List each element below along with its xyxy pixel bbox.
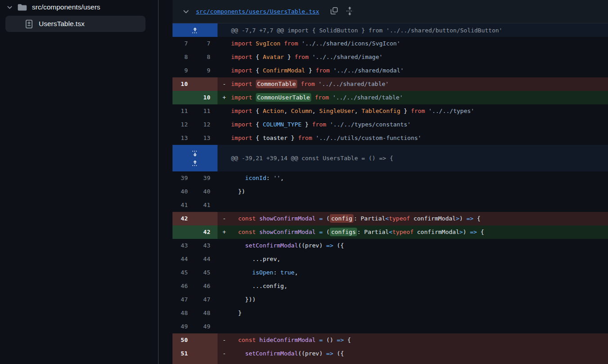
old-line-number[interactable]: 50 [172, 333, 195, 347]
diff-row: 51 - setConfirmModal((prev) => ({ [172, 347, 608, 360]
old-line-number[interactable]: 46 [172, 279, 195, 293]
old-line-number[interactable]: 13 [172, 131, 195, 145]
old-line-number[interactable]: 8 [172, 50, 195, 64]
old-line-number[interactable]: 10 [172, 77, 195, 91]
line-sign [222, 64, 231, 77]
old-line-number[interactable]: 7 [172, 37, 195, 50]
line-sign [222, 118, 231, 131]
expand-up-button[interactable] [191, 27, 199, 34]
diff-row: 40 40 }) [172, 185, 608, 198]
line-sign [222, 279, 231, 293]
line-code: import { Action, Column, SingleUser, Tab… [231, 104, 474, 118]
file-label: UsersTable.tsx [39, 20, 85, 28]
new-line-number[interactable] [195, 360, 218, 364]
old-line-number[interactable]: 11 [172, 104, 195, 118]
diff-row: 48 48 } [172, 306, 608, 320]
diff-row: 45 45 isOpen: true, [172, 266, 608, 279]
expand-up-icon [191, 160, 199, 166]
new-line-number[interactable]: 41 [195, 198, 218, 212]
line-sign [222, 266, 231, 279]
diff-row: 41 41 [172, 198, 608, 212]
expand-all-button[interactable] [346, 6, 354, 17]
diff-row: 39 39 iconId: '', [172, 171, 608, 185]
chevron-down-icon[interactable] [6, 4, 14, 11]
old-line-number[interactable]: 9 [172, 64, 195, 77]
file-tree-sidebar: src/components/users UsersTable.tsx [0, 0, 159, 364]
line-code: setConfirmModal((prev) => ({ [231, 347, 344, 360]
old-line-number[interactable] [172, 225, 195, 239]
expand-down-button[interactable] [191, 150, 199, 157]
line-sign: - [222, 347, 231, 360]
line-sign [222, 171, 231, 185]
old-line-number[interactable]: 49 [172, 320, 195, 333]
old-line-number[interactable]: 45 [172, 266, 195, 279]
line-code: ...config, [231, 279, 287, 293]
old-line-number[interactable]: 42 [172, 212, 195, 225]
new-line-number[interactable]: 45 [195, 266, 218, 279]
old-line-number[interactable]: 43 [172, 239, 195, 252]
line-code: import { toaster } from '../../utils/cus… [231, 131, 422, 145]
diff-row: 52 - [172, 360, 608, 364]
old-line-number[interactable]: 47 [172, 293, 195, 306]
line-code: })) [231, 293, 256, 306]
new-line-number[interactable]: 13 [195, 131, 218, 145]
old-line-number[interactable]: 44 [172, 252, 195, 266]
line-code: import CommonTable from '../../shared/ta… [231, 77, 389, 91]
line-sign [222, 37, 231, 50]
diff-row: 44 44 ...prev, [172, 252, 608, 266]
line-code: const showConfirmModal = (config: Partia… [231, 212, 481, 225]
file-path-link[interactable]: src/components/users/UsersTable.tsx [196, 8, 319, 15]
new-line-number[interactable] [195, 333, 218, 347]
old-line-number[interactable]: 51 [172, 347, 195, 360]
old-line-number[interactable]: 48 [172, 306, 195, 320]
old-line-number[interactable]: 40 [172, 185, 195, 198]
new-line-number[interactable] [195, 212, 218, 225]
line-sign [222, 320, 231, 333]
new-line-number[interactable]: 11 [195, 104, 218, 118]
diff-row: 46 46 ...config, [172, 279, 608, 293]
line-code: const showConfirmModal = (configs: Parti… [231, 225, 484, 239]
new-line-number[interactable]: 12 [195, 118, 218, 131]
diff-panel: src/components/users/UsersTable.tsx [172, 0, 608, 364]
new-line-number[interactable]: 7 [195, 37, 218, 50]
new-line-number[interactable] [195, 77, 218, 91]
new-line-number[interactable]: 9 [195, 64, 218, 77]
sidebar-folder-item[interactable]: src/components/users [0, 0, 158, 14]
diff-row: 42 - const showConfirmModal = (config: P… [172, 212, 608, 225]
copy-icon [330, 7, 338, 16]
new-line-number[interactable] [195, 347, 218, 360]
new-line-number[interactable]: 46 [195, 279, 218, 293]
old-line-number[interactable]: 39 [172, 171, 195, 185]
expand-up-icon [191, 27, 199, 34]
new-line-number[interactable]: 49 [195, 320, 218, 333]
diff-row: 42 + const showConfirmModal = (configs: … [172, 225, 608, 239]
new-line-number[interactable]: 8 [195, 50, 218, 64]
file-diff-icon [25, 19, 33, 29]
collapse-chevron-icon[interactable] [182, 8, 190, 15]
new-line-number[interactable]: 39 [195, 171, 218, 185]
expand-up-button[interactable] [191, 160, 199, 166]
line-code: } [231, 306, 241, 320]
new-line-number[interactable]: 48 [195, 306, 218, 320]
line-sign [222, 185, 231, 198]
line-code: ...prev, [231, 252, 281, 266]
line-sign [222, 306, 231, 320]
new-line-number[interactable]: 10 [195, 91, 218, 104]
hunk-header-row: @@ -7,7 +7,7 @@ import { SolidButton } f… [172, 23, 608, 37]
new-line-number[interactable]: 43 [195, 239, 218, 252]
old-line-number[interactable]: 41 [172, 198, 195, 212]
old-line-number[interactable]: 12 [172, 118, 195, 131]
new-line-number[interactable]: 42 [195, 225, 218, 239]
diff-row: 10 -import CommonTable from '../../share… [172, 77, 608, 91]
line-sign [222, 198, 231, 212]
old-line-number[interactable]: 52 [172, 360, 195, 364]
old-line-number[interactable] [172, 91, 195, 104]
new-line-number[interactable]: 40 [195, 185, 218, 198]
diff-rows: @@ -7,7 +7,7 @@ import { SolidButton } f… [172, 23, 608, 364]
line-code: iconId: '', [231, 171, 284, 185]
line-sign: - [222, 77, 231, 91]
copy-path-button[interactable] [330, 7, 338, 16]
sidebar-file-item-userstable[interactable]: UsersTable.tsx [5, 16, 145, 32]
new-line-number[interactable]: 44 [195, 252, 218, 266]
new-line-number[interactable]: 47 [195, 293, 218, 306]
